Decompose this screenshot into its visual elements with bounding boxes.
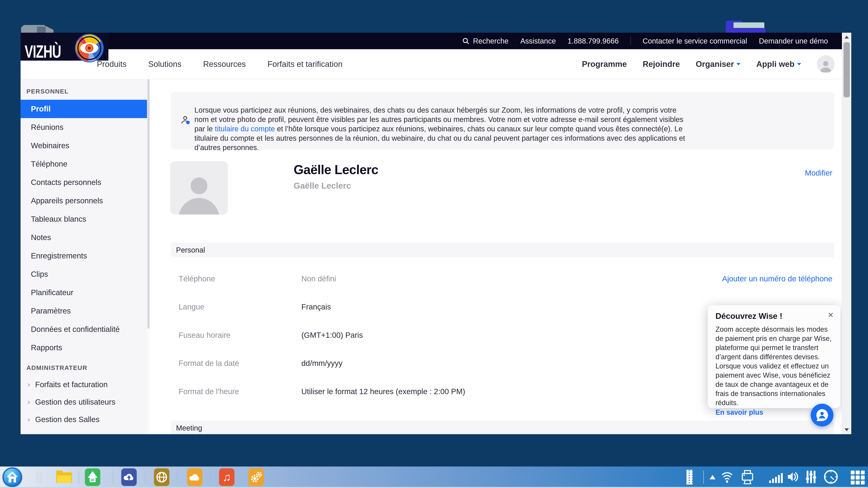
- home-launcher-button[interactable]: [3, 467, 22, 487]
- taskbar-divider: [210, 470, 211, 484]
- cloud-upload-app-icon[interactable]: [121, 468, 137, 486]
- documents-app-icon[interactable]: [85, 468, 100, 486]
- chevron-right-icon: ›: [28, 415, 30, 424]
- sidebar-section-personnel: PERSONNEL: [27, 88, 147, 95]
- wise-popup: Découvrez Wise ! × Zoom accepte désormai…: [708, 305, 840, 408]
- nav-forfaits[interactable]: Forfaits et tarification: [268, 60, 342, 69]
- sidebar-section-administrateur: ADMINISTRATEUR: [27, 364, 147, 371]
- sidebar-scrollbar-thumb[interactable]: [147, 79, 150, 329]
- sidebar-item-clips[interactable]: Clips: [21, 265, 147, 283]
- chat-person-icon: [815, 408, 829, 422]
- sidebar-item-parametres[interactable]: Paramètres: [21, 302, 147, 320]
- row-value-fuseau: (GMT+1:00) Paris: [301, 331, 363, 339]
- chevron-right-icon: ›: [28, 380, 30, 389]
- home-icon: [7, 471, 18, 483]
- request-demo-link[interactable]: Demander une démo: [759, 37, 828, 45]
- desktop-window-fragment: [21, 25, 54, 33]
- scroll-down-icon[interactable]: [844, 428, 849, 431]
- printer-icon[interactable]: [741, 470, 754, 485]
- person-icon: [176, 169, 222, 215]
- taskbar: ♫: [0, 466, 868, 488]
- settings-app-icon[interactable]: [248, 468, 264, 486]
- tray-divider: [703, 470, 704, 484]
- sidebar-item-contacts-personnels[interactable]: Contacts personnels: [21, 173, 147, 192]
- sidebar-item-forfaits-facturation[interactable]: ›Forfaits et facturation: [21, 376, 147, 393]
- site-header: Recherche Assistance 1.888.799.9666 Cont…: [21, 33, 842, 49]
- volume-icon[interactable]: [787, 471, 799, 483]
- nav-programme[interactable]: Programme: [582, 60, 627, 69]
- section-personal: Personal: [171, 242, 834, 257]
- sidebar-item-profil[interactable]: Profil: [21, 100, 147, 118]
- tray-pager-icon[interactable]: [686, 470, 693, 485]
- sidebar-item-webinaires[interactable]: Webinaires: [21, 136, 147, 155]
- row-label-format-date: Format de la date: [179, 359, 239, 368]
- account-owner-link[interactable]: titulaire du compte: [215, 125, 275, 133]
- user-avatar[interactable]: [817, 55, 835, 73]
- nav-appli-web[interactable]: Appli web: [756, 60, 801, 69]
- browser-app-icon[interactable]: [154, 468, 169, 486]
- profile-name: Gaëlle Leclerc: [293, 162, 378, 177]
- row-label-format-heure: Format de l’heure: [179, 387, 239, 396]
- row-value-format-heure: Utiliser le format 12 heures (exemple : …: [301, 387, 465, 396]
- search-label: Recherche: [473, 37, 508, 45]
- nav-rejoindre[interactable]: Rejoindre: [643, 60, 680, 69]
- nav-organiser[interactable]: Organiser: [696, 60, 741, 69]
- weather-app-icon[interactable]: [187, 468, 203, 486]
- chevron-right-icon: ›: [28, 398, 30, 406]
- sidebar-item-gestion-utilisateurs[interactable]: ›Gestion des utilisateurs: [21, 393, 147, 411]
- browser-page: Recherche Assistance 1.888.799.9666 Cont…: [21, 33, 842, 434]
- taskbar-divider: [113, 470, 113, 484]
- sidebar-item-tableaux-blancs[interactable]: Tableaux blancs: [21, 210, 147, 228]
- file-manager-icon[interactable]: [56, 473, 72, 483]
- privacy-notice-text: Lorsque vous participez aux réunions, de…: [194, 105, 690, 152]
- support-chat-button[interactable]: [811, 404, 833, 426]
- row-label-fuseau: Fuseau horaire: [179, 331, 230, 339]
- contact-sales-link[interactable]: Contacter le service commercial: [643, 37, 747, 45]
- row-label-telephone: Téléphone: [179, 274, 215, 283]
- sidebar-item-planificateur[interactable]: Planificateur: [21, 283, 147, 302]
- music-note-icon: ♫: [222, 471, 231, 483]
- logo[interactable]: VIZHÙ: [21, 33, 108, 61]
- scroll-up-icon[interactable]: [844, 36, 849, 39]
- sidebar-item-enregistrements[interactable]: Enregistrements: [21, 247, 147, 265]
- sidebar-item-donnees-confidentialite[interactable]: Données et confidentialité: [21, 320, 147, 338]
- sidebar-item-notes[interactable]: Notes: [21, 228, 147, 247]
- search-icon: [462, 37, 470, 45]
- phone-number[interactable]: 1.888.799.9666: [567, 37, 619, 45]
- clock-icon[interactable]: [824, 469, 838, 484]
- logo-text: VIZHÙ: [25, 42, 61, 62]
- row-value-langue: Français: [301, 302, 331, 311]
- tray-expand-icon[interactable]: [710, 475, 715, 479]
- close-icon[interactable]: ×: [828, 310, 833, 320]
- chevron-down-icon: [797, 63, 801, 65]
- sidebar-item-reunions[interactable]: Réunions: [21, 118, 147, 136]
- search-button[interactable]: Recherche: [462, 37, 508, 45]
- sidebar-item-rapports[interactable]: Rapports: [21, 338, 147, 357]
- nav-solutions[interactable]: Solutions: [148, 60, 181, 69]
- app-grid-icon[interactable]: [851, 470, 865, 485]
- edit-profile-button[interactable]: Modifier: [805, 169, 832, 177]
- sidebar-item-gestion-salles[interactable]: ›Gestion des Salles: [21, 411, 147, 428]
- row-value-telephone: Non défini: [301, 274, 336, 283]
- wifi-icon[interactable]: [722, 471, 733, 483]
- nav-ressources[interactable]: Ressources: [203, 60, 246, 69]
- privacy-person-icon: [180, 115, 191, 125]
- page-scrollbar[interactable]: [842, 33, 851, 434]
- row-value-format-date: dd/mm/yyyy: [301, 359, 342, 368]
- mixer-sliders-icon[interactable]: [805, 470, 817, 484]
- sidebar-item-appareils-personnels[interactable]: Appareils personnels: [21, 192, 147, 210]
- gears-icon: [250, 471, 262, 483]
- scrollbar-thumb[interactable]: [843, 42, 850, 97]
- wise-popup-body: Zoom accepte désormais les modes de paie…: [715, 325, 832, 408]
- music-app-icon[interactable]: ♫: [219, 468, 235, 486]
- profile-avatar[interactable]: [170, 161, 228, 215]
- signal-strength-icon[interactable]: [769, 473, 784, 483]
- nav-produits[interactable]: Produits: [97, 60, 126, 69]
- desktop-folder-fragment: [726, 20, 771, 33]
- sidebar-scrollbar[interactable]: [147, 79, 150, 434]
- cloud-icon: [189, 473, 200, 481]
- sidebar-item-telephone[interactable]: Téléphone: [21, 155, 147, 173]
- add-phone-number-link[interactable]: Ajouter un numéro de téléphone: [722, 274, 832, 283]
- assistance-link[interactable]: Assistance: [520, 37, 556, 45]
- cloud-up-icon: [123, 473, 135, 482]
